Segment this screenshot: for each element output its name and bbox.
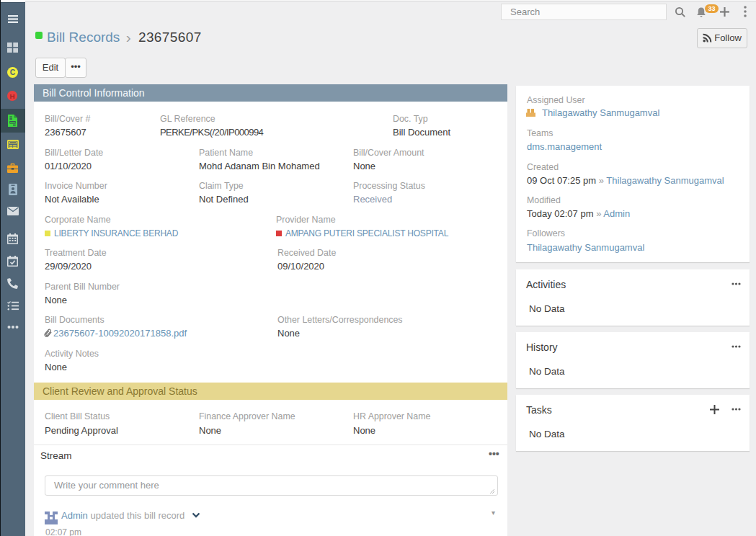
svg-text:C: C [10, 68, 16, 76]
svg-text:H: H [9, 92, 14, 100]
